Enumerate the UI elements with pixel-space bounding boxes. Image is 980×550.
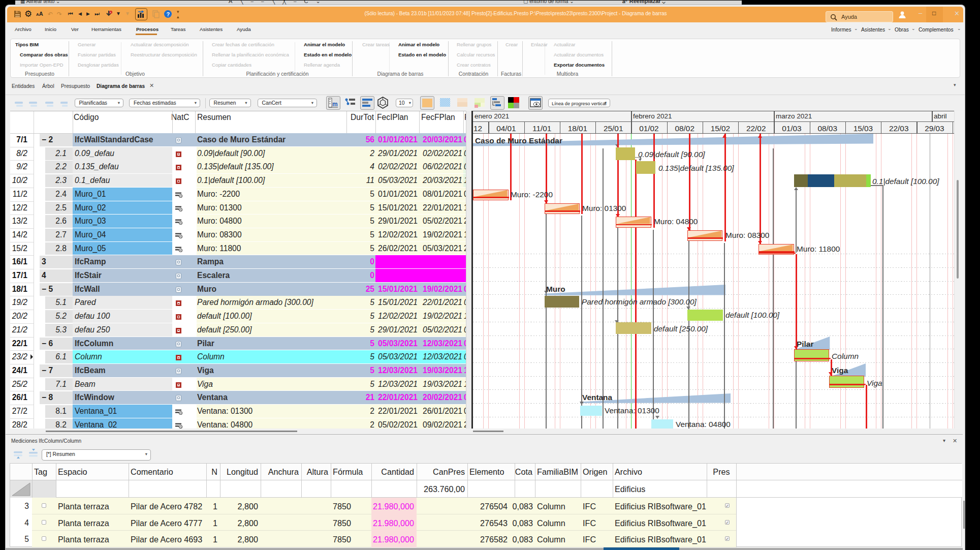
svg-text:m: m [332,101,338,108]
svg-text:?: ? [167,11,170,17]
